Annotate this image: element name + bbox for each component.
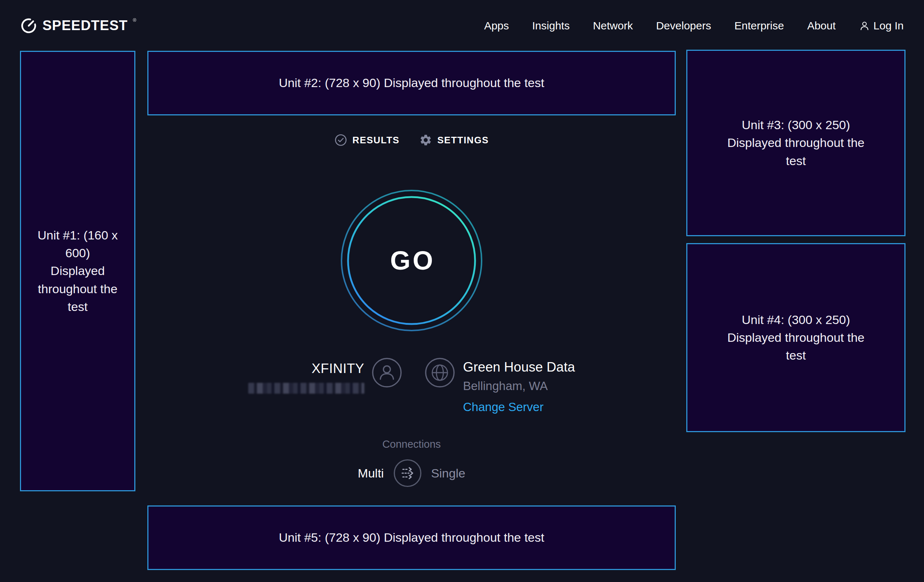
nav-item-login[interactable]: Log In bbox=[859, 20, 904, 32]
ad-unit-3[interactable]: Unit #3: (300 x 250) Displayed throughou… bbox=[686, 50, 906, 236]
change-server-link[interactable]: Change Server bbox=[463, 400, 544, 414]
tab-results-label: RESULTS bbox=[352, 135, 399, 146]
tab-settings[interactable]: SETTINGS bbox=[419, 134, 489, 147]
header: SPEEDTEST ® Apps Insights Network Develo… bbox=[0, 0, 924, 51]
person-icon bbox=[859, 20, 870, 31]
gear-icon bbox=[419, 134, 432, 147]
nav-item-developers[interactable]: Developers bbox=[656, 20, 711, 32]
ad-unit-1-text: Unit #1: (160 x 600) Displayed throughou… bbox=[37, 226, 119, 316]
connections-label: Connections bbox=[147, 438, 676, 450]
brand-name: SPEEDTEST bbox=[43, 17, 128, 34]
nav-item-apps[interactable]: Apps bbox=[484, 20, 509, 32]
multi-connection-toggle[interactable] bbox=[393, 459, 422, 487]
ad-unit-2-text: Unit #2: (728 x 90) Displayed throughout… bbox=[279, 74, 544, 92]
isp-name: XFINITY bbox=[248, 361, 365, 376]
server-block: Green House Data Bellingham, WA Change S… bbox=[463, 359, 575, 414]
isp-block: XFINITY bbox=[248, 361, 365, 394]
server-name: Green House Data bbox=[463, 359, 575, 375]
server-location: Bellingham, WA bbox=[463, 379, 575, 393]
trademark-mark: ® bbox=[133, 18, 137, 22]
ad-unit-5[interactable]: Unit #5: (728 x 90) Displayed throughout… bbox=[147, 505, 676, 570]
ad-unit-3-text: Unit #3: (300 x 250) Displayed throughou… bbox=[716, 116, 876, 170]
globe-icon bbox=[425, 358, 455, 388]
speedtest-page: SPEEDTEST ® Apps Insights Network Develo… bbox=[0, 0, 924, 582]
ad-unit-5-text: Unit #5: (728 x 90) Displayed throughout… bbox=[279, 529, 544, 546]
connections-row: Multi Singl bbox=[147, 459, 676, 487]
go-label: GO bbox=[340, 190, 483, 331]
nav-item-network[interactable]: Network bbox=[593, 20, 633, 32]
main-nav: Apps Insights Network Developers Enterpr… bbox=[484, 20, 904, 32]
ad-unit-4[interactable]: Unit #4: (300 x 250) Displayed throughou… bbox=[686, 243, 906, 432]
login-label: Log In bbox=[874, 20, 904, 32]
tab-settings-label: SETTINGS bbox=[437, 135, 489, 146]
ip-address-redacted bbox=[248, 383, 365, 394]
ad-unit-2[interactable]: Unit #2: (728 x 90) Displayed throughout… bbox=[147, 51, 676, 115]
nav-item-about[interactable]: About bbox=[807, 20, 835, 32]
connections-option-multi[interactable]: Multi bbox=[358, 466, 384, 480]
user-circle-icon bbox=[371, 358, 402, 388]
check-circle-icon bbox=[334, 134, 347, 147]
connection-info: XFINITY Green House Data Bellingham, WA … bbox=[147, 358, 676, 414]
connections-toggle: Connections Multi bbox=[147, 438, 676, 487]
ad-unit-1[interactable]: Unit #1: (160 x 600) Displayed throughou… bbox=[20, 51, 135, 491]
logo[interactable]: SPEEDTEST ® bbox=[20, 17, 137, 35]
connections-option-single[interactable]: Single bbox=[431, 466, 465, 480]
ad-unit-4-text: Unit #4: (300 x 250) Displayed throughou… bbox=[716, 311, 876, 364]
multi-arrows-icon bbox=[393, 459, 422, 487]
tabs: RESULTS SETTINGS bbox=[147, 134, 676, 147]
go-button[interactable]: GO bbox=[340, 190, 483, 331]
tab-results[interactable]: RESULTS bbox=[334, 134, 399, 147]
speedtest-gauge-icon bbox=[20, 17, 37, 35]
nav-item-insights[interactable]: Insights bbox=[532, 20, 569, 32]
nav-item-enterprise[interactable]: Enterprise bbox=[734, 20, 784, 32]
